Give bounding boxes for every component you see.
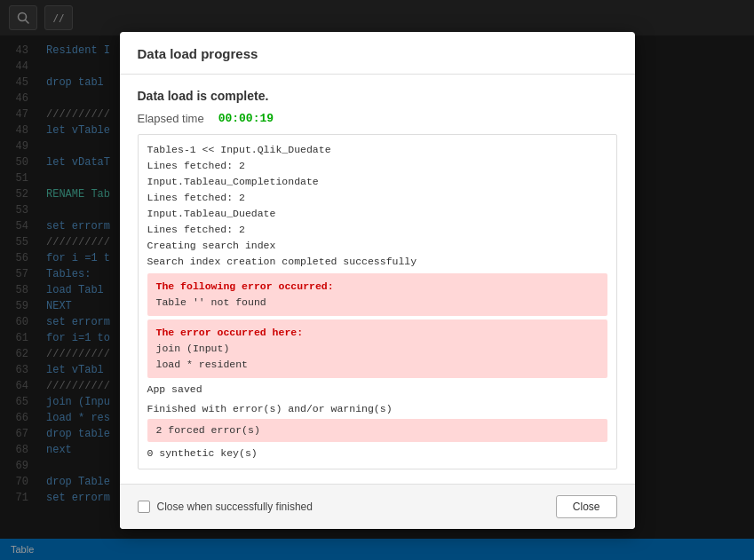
- log-line: Tables-1 << Input.Qlik_Duedate: [147, 142, 607, 158]
- app-saved: App saved: [147, 382, 607, 398]
- log-line: Input.Tableau_Completiondate: [147, 174, 607, 190]
- synthetic-keys: 0 synthetic key(s): [147, 446, 607, 461]
- log-line: Creating search index: [147, 238, 607, 254]
- log-line: Input.Tableau_Duedate: [147, 206, 607, 222]
- error-1-text: Table '' not found: [156, 295, 599, 311]
- error-block-2: The error occurred here: join (Input) lo…: [147, 319, 607, 378]
- error-block-1: The following error occurred: Table '' n…: [147, 273, 607, 316]
- modal-title: Data load progress: [138, 46, 258, 61]
- modal-header: Data load progress: [120, 32, 635, 75]
- log-container[interactable]: Tables-1 << Input.Qlik_Duedate Lines fet…: [138, 134, 617, 469]
- log-line: Lines fetched: 2: [147, 190, 607, 206]
- elapsed-value: 00:00:19: [218, 112, 274, 125]
- close-checkbox[interactable]: [138, 501, 150, 513]
- log-line: Lines fetched: 2: [147, 222, 607, 238]
- log-line: Search index creation completed successf…: [147, 254, 607, 270]
- modal-overlay: Data load progress Data load is complete…: [0, 0, 754, 560]
- error-2-line-1: join (Input): [156, 341, 599, 357]
- elapsed-label: Elapsed time: [138, 112, 204, 125]
- modal-dialog: Data load progress Data load is complete…: [120, 32, 635, 529]
- load-status: Data load is complete.: [138, 89, 617, 103]
- close-checkbox-label[interactable]: Close when successfully finished: [138, 501, 313, 513]
- error-2-title: The error occurred here:: [156, 325, 599, 341]
- error-2-line-2: load * resident: [156, 357, 599, 373]
- close-button[interactable]: Close: [556, 495, 617, 518]
- error-1-title: The following error occurred:: [156, 279, 599, 295]
- elapsed-row: Elapsed time 00:00:19: [138, 112, 617, 125]
- modal-body: Data load is complete. Elapsed time 00:0…: [120, 75, 635, 484]
- close-checkbox-text: Close when successfully finished: [157, 501, 313, 513]
- log-line: Lines fetched: 2: [147, 158, 607, 174]
- finished-label: Finished with error(s) and/or warning(s): [147, 401, 607, 417]
- forced-errors-block: 2 forced error(s): [147, 419, 607, 442]
- modal-footer: Close when successfully finished Close: [120, 484, 635, 529]
- forced-errors-text: 2 forced error(s): [156, 422, 599, 438]
